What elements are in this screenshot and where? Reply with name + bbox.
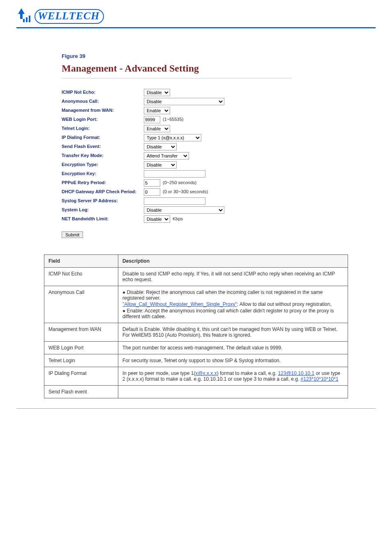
form-label: Transfer Key Mode: xyxy=(62,153,144,159)
form-row: NET Bandwidth Limit:DisableKbps xyxy=(62,215,325,223)
form-row: WEB Login Port:(1~65535) xyxy=(62,116,325,124)
select-input[interactable]: Attend Transfer xyxy=(144,152,189,160)
link-text: 123@10.10.10.1 xyxy=(278,370,314,376)
form-label: PPPoE Retry Period: xyxy=(62,180,144,186)
desc-line: ● Disable: Reject the anonymous call whe… xyxy=(122,289,344,301)
form-label: Send Flash Event: xyxy=(62,143,144,150)
text-input[interactable] xyxy=(144,170,205,178)
form-label: System Log: xyxy=(62,207,144,213)
select-input[interactable]: Disable xyxy=(144,89,170,96)
table-row: ICMP Not EchoDisable to send ICMP echo r… xyxy=(44,268,348,286)
form-label: Telnet Login: xyxy=(62,125,144,132)
form-row: Telnet Login:Enable xyxy=(62,125,325,133)
welltech-icon xyxy=(16,8,33,25)
select-input[interactable]: Disable xyxy=(144,161,177,169)
hint-text: Kbps xyxy=(173,216,183,222)
desc-line: ● Enable: Accept the anonymous incoming … xyxy=(122,308,344,319)
field-desc-cell: Disable to send ICMP echo reply. If Yes,… xyxy=(118,268,348,286)
field-desc-cell xyxy=(118,386,348,398)
table-row: WEB Login PortThe port number for access… xyxy=(44,342,348,354)
field-description-table: Field Description ICMP Not EchoDisable t… xyxy=(44,254,348,398)
form-label: Anonymous Call: xyxy=(62,98,144,104)
form-label: IP Dialing Format: xyxy=(62,134,144,141)
table-header-field: Field xyxy=(44,255,118,268)
table-header-desc: Description xyxy=(118,255,348,268)
select-input[interactable]: Enable xyxy=(144,125,170,132)
brand-text: WELLTECH xyxy=(38,10,100,22)
brand-logo: WELLTECH xyxy=(16,8,376,25)
form-row: PPPoE Retry Period:(0~250 seconds) xyxy=(62,179,325,187)
field-name-cell: Telnet Login xyxy=(44,354,118,367)
form-label: DHCP Gateway ARP Check Period: xyxy=(62,189,144,195)
form-label: WEB Login Port: xyxy=(62,116,144,123)
select-input[interactable]: Disable xyxy=(144,206,224,214)
text-input[interactable] xyxy=(144,188,160,196)
form-row: System Log:Disable xyxy=(62,206,325,214)
form-row: Anonymous Call:Disable xyxy=(62,97,325,106)
field-desc-cell: Default is Enable. While disabling it, t… xyxy=(118,323,348,342)
field-name-cell: WEB Login Port xyxy=(44,342,118,354)
link-text: #123*10*10*10*1 xyxy=(301,376,339,382)
field-name-cell: IP Dialing Format xyxy=(44,367,118,386)
form-label: Management from WAN: xyxy=(62,107,144,113)
table-row: Send Flash event xyxy=(44,386,348,398)
form-row: ICMP Not Echo:Disable xyxy=(62,88,325,97)
hint-text: (0~250 seconds) xyxy=(163,180,196,186)
link-text: "Allow_Call_Without_Register_When_Single… xyxy=(122,301,237,307)
select-input[interactable]: Disable xyxy=(144,215,170,223)
header-divider xyxy=(16,27,376,28)
form-row: Syslog Server IP Address: xyxy=(62,197,325,205)
field-desc-cell: In peer to peer mode, use type 1(x@x.x.x… xyxy=(118,367,348,386)
form-label: Encryption Key: xyxy=(62,171,144,177)
form-row: DHCP Gateway ARP Check Period:(0 or 30~3… xyxy=(62,188,325,196)
text-input[interactable] xyxy=(144,116,160,123)
table-row: Anonymous Call● Disable: Reject the anon… xyxy=(44,286,348,323)
footer-divider xyxy=(16,408,376,409)
field-name-cell: Management from WAN xyxy=(44,323,118,342)
field-desc-cell: ● Disable: Reject the anonymous call whe… xyxy=(118,286,348,323)
form-label: Encryption Type: xyxy=(62,162,144,168)
form-row: Send Flash Event:Disable xyxy=(62,143,325,151)
form-row: IP Dialing Format:Type 1 (x@x.x.x.x) xyxy=(62,134,325,142)
table-row: Telnet LoginFor security issue, Telnet o… xyxy=(44,354,348,367)
link-text: x@x.x.x.x xyxy=(195,370,217,376)
form-row: Encryption Key: xyxy=(62,170,325,178)
select-input[interactable]: Disable xyxy=(144,143,177,150)
text-input[interactable] xyxy=(144,179,160,187)
text-input[interactable] xyxy=(144,197,205,205)
select-input[interactable]: Enable xyxy=(144,107,170,114)
select-input[interactable]: Type 1 (x@x.x.x.x) xyxy=(144,134,201,141)
field-name-cell: Anonymous Call xyxy=(44,286,118,323)
form-label: Syslog Server IP Address: xyxy=(62,198,144,204)
submit-button[interactable]: Submit xyxy=(62,231,83,238)
select-input[interactable]: Disable xyxy=(144,98,224,105)
table-row: IP Dialing FormatIn peer to peer mode, u… xyxy=(44,367,348,386)
desc-line: "Allow_Call_Without_Register_When_Single… xyxy=(122,301,344,308)
form-row: Management from WAN:Enable xyxy=(62,106,325,115)
hint-text: (0 or 30~300 seconds) xyxy=(163,189,208,195)
figure-title: Management - Advanced Setting xyxy=(62,62,292,79)
form-label: NET Bandwidth Limit: xyxy=(62,216,144,222)
field-name-cell: ICMP Not Echo xyxy=(44,268,118,286)
field-desc-cell: For security issue, Telnet only support … xyxy=(118,354,348,367)
field-name-cell: Send Flash event xyxy=(44,386,118,398)
form-label: ICMP Not Echo: xyxy=(62,89,144,95)
form-row: Transfer Key Mode:Attend Transfer xyxy=(62,152,325,160)
figure-number: Figure 39 xyxy=(62,53,325,59)
field-desc-cell: The port number for access web managemen… xyxy=(118,342,348,354)
table-row: Management from WANDefault is Enable. Wh… xyxy=(44,323,348,342)
hint-text: (1~65535) xyxy=(163,116,183,123)
form-row: Encryption Type:Disable xyxy=(62,161,325,169)
